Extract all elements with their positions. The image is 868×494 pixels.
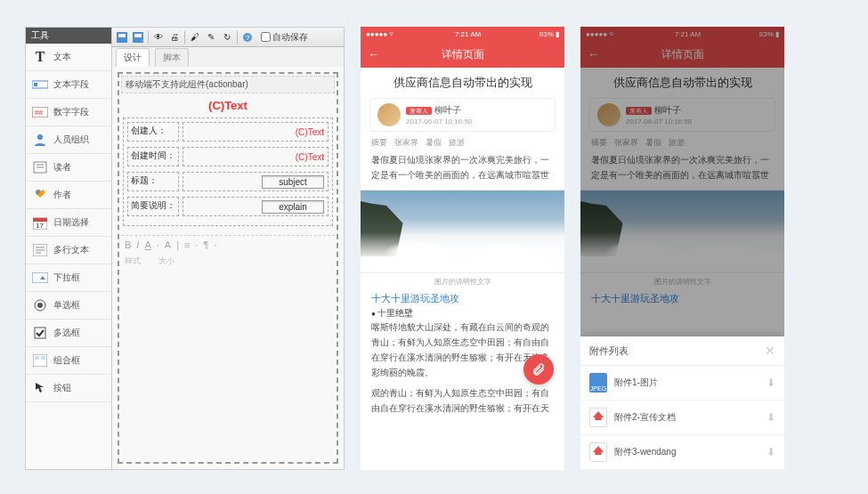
nav-title: 详情页面	[442, 47, 484, 62]
brush-icon[interactable]: 🖌	[189, 31, 201, 44]
designer-toolbar: + 👁 🖨 🖌 ✎ ↻ ? 自动保存	[112, 28, 344, 47]
status-time: 7:21 AM	[675, 30, 701, 38]
author-badge: 发布人	[626, 107, 652, 115]
field-input[interactable]: explain	[262, 200, 324, 214]
reader-icon	[32, 159, 48, 175]
print-icon[interactable]: 🖨	[168, 31, 181, 44]
tag: 摘要	[591, 137, 607, 149]
palette-item-dropdown[interactable]: 下拉框	[26, 264, 111, 292]
tag: 张家界	[394, 137, 418, 149]
autosave-checkbox[interactable]	[261, 32, 271, 42]
palette-label: 数字字段	[53, 106, 89, 118]
download-icon[interactable]: ⬇	[767, 446, 775, 458]
svg-text:17: 17	[36, 222, 44, 230]
palette-item-radio[interactable]: 单选框	[26, 292, 111, 320]
checkbox-icon	[32, 325, 48, 341]
palette-label: 文本	[53, 51, 71, 63]
field-cell[interactable]: (C)Text	[183, 147, 329, 166]
palette-item-checkbox[interactable]: 多选框	[26, 320, 111, 347]
field-cell[interactable]: (C)Text	[183, 122, 329, 142]
palette-label: 下拉框	[53, 271, 80, 284]
stage[interactable]: 移动端不支持此组件(actionbar) (C)Text 创建人：(C)Text…	[112, 67, 344, 469]
hero-image	[361, 190, 564, 273]
section-subtitle: 十大十里游玩圣地攻	[580, 288, 784, 305]
text-icon: T	[32, 49, 48, 65]
dropdown-icon	[32, 270, 48, 286]
mobile-preview-detail: ●●●●● ᯤ 7:21 AM 83% ▮ ← 详情页面 供应商信息自动带出的实…	[361, 27, 564, 470]
palette-item-button[interactable]: 按钮	[26, 375, 111, 402]
tag: 摘要	[371, 137, 387, 149]
bullet-item: 十里绝壁	[361, 305, 564, 320]
attachment-name: 附件3-wendang	[614, 446, 759, 458]
status-battery: 83% ▮	[759, 30, 779, 38]
save-icon[interactable]	[116, 31, 128, 44]
palette-item-date-picker[interactable]: 17日期选择	[26, 209, 111, 237]
palette-label: 多选框	[53, 327, 80, 339]
palette-item-number-field[interactable]: ##数字字段	[26, 99, 111, 126]
signal-icon: ●●●●● ᯤ	[366, 30, 396, 38]
palette-item-reader[interactable]: 读者	[26, 154, 111, 182]
palette-label: 按钮	[53, 382, 71, 394]
field-input[interactable]: subject	[262, 175, 324, 189]
form-row[interactable]: 标题：subject	[126, 172, 330, 191]
author-name: 柳叶子	[434, 105, 461, 115]
status-bar: ●●●●● ᯤ 7:21 AM 83% ▮	[580, 27, 784, 41]
palette-item-author[interactable]: 作者	[26, 182, 111, 209]
palette-item-personnel[interactable]: 人员组织	[26, 126, 111, 154]
attachment-name: 附件1-图片	[614, 377, 759, 389]
nav-title: 详情页面	[661, 47, 704, 62]
refresh-icon[interactable]: ↻	[221, 31, 233, 44]
attachment-row[interactable]: 附件2-宣传文档⬇	[580, 401, 784, 435]
download-icon[interactable]: ⬇	[767, 377, 775, 389]
field-cell[interactable]: explain	[183, 197, 329, 216]
back-icon[interactable]: ←	[588, 47, 600, 61]
form-row[interactable]: 简要说明：explain	[126, 197, 330, 216]
author-card: 发布人 柳叶子 2017-06-07 10:16:58	[369, 98, 556, 132]
palette-title: 工具	[26, 28, 111, 44]
attachment-fab[interactable]	[523, 354, 554, 385]
author-date: 2017-06-07 10:16:58	[626, 117, 692, 126]
field-cell[interactable]: subject	[183, 172, 329, 191]
close-icon[interactable]: ✕	[765, 344, 775, 358]
attachment-row[interactable]: 附件3-wendang⬇	[580, 435, 784, 470]
help-icon[interactable]: ?	[241, 31, 254, 44]
multiline-icon	[32, 242, 48, 258]
field-value: (C)Text	[296, 127, 324, 137]
form-row[interactable]: 创建人：(C)Text	[126, 122, 330, 142]
form-row[interactable]: 创建时间：(C)Text	[126, 147, 330, 166]
svg-rect-22	[41, 356, 45, 360]
palette-label: 人员组织	[53, 134, 89, 146]
attachment-row[interactable]: JPEG附件1-图片⬇	[580, 366, 784, 401]
palette-label: 组合框	[53, 354, 80, 367]
attachment-name: 附件2-宣传文档	[614, 411, 759, 424]
widget-palette: 工具 T文本文本字段##数字字段人员组织读者作者17日期选择多行文本下拉框单选框…	[25, 27, 112, 470]
edit-icon[interactable]: ✎	[205, 31, 217, 44]
tag-row: 摘要张家界暑假旅游	[580, 137, 784, 152]
save-as-icon[interactable]: +	[132, 31, 144, 44]
tab-design[interactable]: 设计	[116, 48, 150, 67]
nav-bar: ← 详情页面	[361, 41, 564, 68]
palette-label: 多行文本	[53, 244, 89, 256]
author-card: 发布人 柳叶子 2017-06-07 10:16:58	[589, 98, 775, 132]
section-subtitle: 十大十里游玩圣地攻	[361, 288, 564, 305]
back-icon[interactable]: ←	[368, 47, 380, 61]
article-title: 供应商信息自动带出的实现	[580, 68, 784, 96]
article-title: 供应商信息自动带出的实现	[361, 68, 564, 96]
article-body[interactable]: 供应商信息自动带出的实现 发布人 柳叶子 2017-06-07 10:16:58…	[361, 68, 564, 470]
palette-item-text-field[interactable]: 文本字段	[26, 71, 111, 99]
palette-item-text[interactable]: T文本	[26, 44, 111, 71]
rich-text-toolbar[interactable]: BIA·A|≡·¶·	[121, 235, 335, 254]
attachment-sheet: 附件列表 ✕ JPEG附件1-图片⬇附件2-宣传文档⬇附件3-wendang⬇	[580, 336, 784, 470]
tag-row: 摘要张家界暑假旅游	[361, 137, 564, 152]
preview-icon[interactable]: 👁	[152, 31, 165, 44]
autosave-toggle[interactable]: 自动保存	[261, 31, 308, 44]
palette-item-multiline[interactable]: 多行文本	[26, 237, 111, 264]
palette-label: 单选框	[53, 299, 80, 312]
form-container[interactable]: 移动端不支持此组件(actionbar) (C)Text 创建人：(C)Text…	[118, 72, 338, 464]
number-field-icon: ##	[32, 104, 48, 120]
palette-item-combobox[interactable]: 组合框	[26, 347, 111, 375]
tab-script[interactable]: 脚本	[155, 48, 189, 67]
svg-point-18	[37, 303, 43, 308]
rich-text-meta: 样式大小	[121, 254, 335, 269]
download-icon[interactable]: ⬇	[767, 411, 775, 424]
